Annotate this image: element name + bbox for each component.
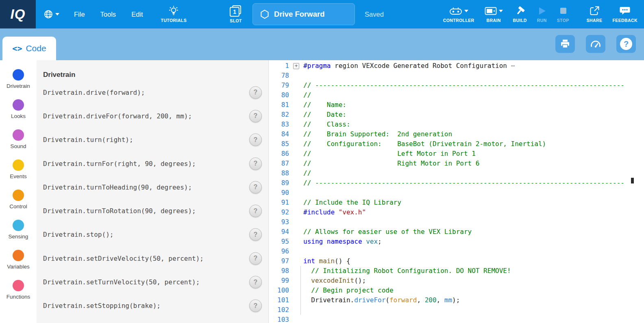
category-item[interactable]: Sensing bbox=[0, 220, 37, 250]
code-line[interactable]: 100 // Begin project code bbox=[269, 286, 644, 295]
line-number: 98 bbox=[269, 266, 289, 276]
command-list: Drivetrain.drive(forward); ? Drivetrain.… bbox=[37, 81, 268, 318]
code-line[interactable]: 93 bbox=[269, 217, 644, 227]
code-line[interactable]: 88 // bbox=[269, 168, 644, 178]
code-line[interactable]: 83 // Class: bbox=[269, 120, 644, 129]
feedback-label: FEEDBACK bbox=[612, 18, 637, 23]
code-line[interactable]: 84 // Brain Supported: 2nd generation bbox=[269, 129, 644, 139]
command-text[interactable]: Drivetrain.turnToHeading(90, degrees); bbox=[43, 183, 249, 191]
code-line[interactable]: 102 bbox=[269, 305, 644, 315]
command-row[interactable]: Drivetrain.turnToHeading(90, degrees); ? bbox=[37, 175, 268, 199]
command-help-button[interactable]: ? bbox=[249, 276, 262, 288]
command-text[interactable]: Drivetrain.turnFor(right, 90, degrees); bbox=[43, 160, 249, 168]
category-item[interactable]: Control bbox=[0, 190, 37, 220]
command-row[interactable]: Drivetrain.turnToRotation(90, degrees); … bbox=[37, 199, 268, 223]
command-help-button[interactable]: ? bbox=[249, 157, 262, 170]
code-line[interactable]: 94 // Allows for easier use of the VEX L… bbox=[269, 227, 644, 237]
command-help-button[interactable]: ? bbox=[249, 181, 262, 194]
controller-button[interactable]: CONTROLLER bbox=[443, 6, 474, 23]
project-name: Drive Forward bbox=[274, 10, 324, 19]
stop-label: STOP bbox=[557, 18, 569, 23]
tab-code[interactable]: <> Code bbox=[2, 37, 56, 60]
build-button[interactable]: BUILD bbox=[513, 6, 527, 23]
help-button[interactable]: ? bbox=[616, 35, 636, 53]
scrollbar-position-mark[interactable] bbox=[631, 178, 634, 183]
code-line[interactable]: 92 #include "vex.h" bbox=[269, 207, 644, 217]
slot-button[interactable]: 1 SLOT bbox=[230, 5, 242, 23]
command-row[interactable]: Drivetrain.turn(right); ? bbox=[37, 128, 268, 152]
code-line[interactable]: 81 // Name: bbox=[269, 100, 644, 110]
project-name-button[interactable]: Drive Forward bbox=[252, 3, 355, 25]
code-brackets-icon: <> bbox=[12, 44, 22, 53]
command-row[interactable]: Drivetrain.stop(); ? bbox=[37, 223, 268, 247]
code-line[interactable]: 90 bbox=[269, 188, 644, 198]
language-menu-button[interactable] bbox=[44, 10, 59, 19]
brain-button[interactable]: BRAIN bbox=[485, 6, 503, 23]
code-line[interactable]: 98 // Initializing Robot Configuration. … bbox=[269, 266, 644, 276]
menu-item[interactable]: File bbox=[74, 11, 85, 18]
code-line[interactable]: 82 // Date: bbox=[269, 110, 644, 120]
line-text: // Include the IQ Library bbox=[303, 198, 401, 207]
print-button[interactable] bbox=[555, 35, 575, 53]
command-help-button[interactable]: ? bbox=[249, 133, 262, 146]
dashboard-button[interactable] bbox=[586, 35, 605, 53]
tutorials-button[interactable]: TUTORIALS bbox=[161, 6, 187, 23]
command-text[interactable]: Drivetrain.turnToRotation(90, degrees); bbox=[43, 207, 249, 215]
controller-icon bbox=[449, 7, 462, 15]
code-line[interactable]: 1 + #pragma region VEXcode Generated Rob… bbox=[269, 61, 644, 71]
code-line[interactable]: 103 bbox=[269, 315, 644, 323]
code-line[interactable]: 101 Drivetrain.driveFor(forward, 200, mm… bbox=[269, 295, 644, 305]
code-line[interactable]: 86 // Left Motor in Port 1 bbox=[269, 149, 644, 159]
line-text: // Date: bbox=[303, 110, 346, 120]
code-line[interactable]: 80 // bbox=[269, 90, 644, 100]
category-item[interactable]: Sound bbox=[0, 129, 37, 159]
code-editor[interactable]: 1 + #pragma region VEXcode Generated Rob… bbox=[268, 60, 644, 323]
category-item[interactable]: Events bbox=[0, 159, 37, 190]
line-number: 80 bbox=[269, 90, 289, 100]
command-row[interactable]: Drivetrain.setTurnVelocity(50, percent);… bbox=[37, 270, 268, 294]
share-icon bbox=[589, 6, 600, 16]
command-help-button[interactable]: ? bbox=[249, 228, 262, 241]
command-row[interactable]: Drivetrain.setStopping(brake); ? bbox=[37, 294, 268, 318]
code-line[interactable]: 97 int main() { bbox=[269, 256, 644, 266]
command-help-button[interactable]: ? bbox=[249, 110, 262, 122]
code-line[interactable]: 87 // Right Motor in Port 6 bbox=[269, 159, 644, 168]
command-text[interactable]: Drivetrain.setTurnVelocity(50, percent); bbox=[43, 278, 249, 286]
command-text[interactable]: Drivetrain.stop(); bbox=[43, 231, 249, 238]
command-row[interactable]: Drivetrain.driveFor(forward, 200, mm); ? bbox=[37, 104, 268, 128]
command-text[interactable]: Drivetrain.driveFor(forward, 200, mm); bbox=[43, 112, 249, 120]
code-line[interactable]: 96 bbox=[269, 247, 644, 256]
command-text[interactable]: Drivetrain.turn(right); bbox=[43, 136, 249, 144]
code-line[interactable]: 89 // ----------------------------------… bbox=[269, 178, 644, 188]
command-row[interactable]: Drivetrain.drive(forward); ? bbox=[37, 81, 268, 104]
category-item[interactable]: Functions bbox=[0, 280, 37, 310]
menu-item[interactable]: Tools bbox=[100, 11, 116, 18]
line-text: // -------------------------------------… bbox=[303, 81, 624, 90]
category-item[interactable]: Variables bbox=[0, 250, 37, 280]
code-line[interactable]: 85 // Configuration: BaseBot (Drivetrain… bbox=[269, 139, 644, 149]
code-line[interactable]: 79 // ----------------------------------… bbox=[269, 81, 644, 90]
command-text[interactable]: Drivetrain.drive(forward); bbox=[43, 89, 249, 96]
command-help-button[interactable]: ? bbox=[249, 205, 262, 217]
code-line[interactable]: 95 using namespace vex; bbox=[269, 237, 644, 247]
command-help-button[interactable]: ? bbox=[249, 252, 262, 265]
code-line[interactable]: 78 bbox=[269, 71, 644, 81]
code-line[interactable]: 91 // Include the IQ Library bbox=[269, 198, 644, 207]
code-line[interactable]: 99 vexcodeInit(); bbox=[269, 276, 644, 286]
command-row[interactable]: Drivetrain.turnFor(right, 90, degrees); … bbox=[37, 152, 268, 175]
command-text[interactable]: Drivetrain.setDriveVelocity(50, percent)… bbox=[43, 255, 249, 262]
line-number: 83 bbox=[269, 120, 289, 129]
menu-item[interactable]: Edit bbox=[131, 11, 143, 18]
run-button[interactable]: RUN bbox=[537, 6, 547, 23]
category-item[interactable]: Drivetrain bbox=[0, 69, 37, 99]
line-number: 103 bbox=[269, 315, 289, 323]
fold-expand-icon[interactable]: + bbox=[293, 63, 299, 69]
feedback-button[interactable]: FEEDBACK bbox=[612, 6, 637, 23]
command-help-button[interactable]: ? bbox=[249, 299, 262, 312]
stop-button[interactable]: STOP bbox=[557, 6, 569, 23]
share-button[interactable]: SHARE bbox=[587, 6, 603, 23]
command-row[interactable]: Drivetrain.setDriveVelocity(50, percent)… bbox=[37, 247, 268, 270]
command-help-button[interactable]: ? bbox=[249, 86, 262, 99]
command-text[interactable]: Drivetrain.setStopping(brake); bbox=[43, 302, 249, 310]
category-item[interactable]: Looks bbox=[0, 99, 37, 129]
